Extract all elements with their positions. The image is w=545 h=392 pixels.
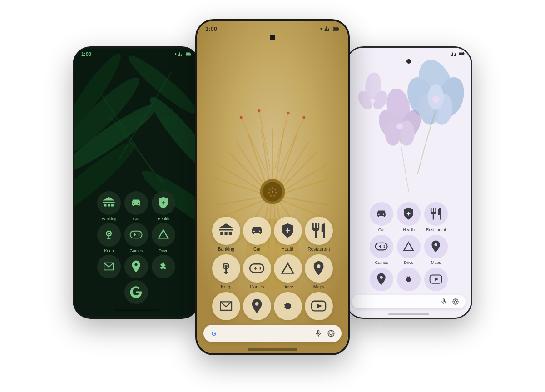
left-drive-app[interactable]: Drive xyxy=(152,223,175,253)
right-location-app[interactable] xyxy=(370,268,393,291)
svg-point-60 xyxy=(302,116,305,119)
right-app-grid: Car Health Restaurant xyxy=(347,202,471,291)
left-time: 1:00 xyxy=(81,51,91,57)
left-fan-icon[interactable] xyxy=(152,255,175,278)
left-keep-app[interactable]: Keep xyxy=(97,223,121,253)
left-gmail-app[interactable] xyxy=(97,255,121,278)
center-restaurant-app[interactable]: Restaurant xyxy=(305,217,333,252)
right-games-app[interactable]: Games xyxy=(370,235,393,265)
svg-marker-107 xyxy=(435,278,439,281)
center-banking-icon[interactable] xyxy=(212,217,240,245)
left-games-app[interactable]: Games xyxy=(124,223,148,253)
left-row-2: Keep Games Drive xyxy=(74,223,198,253)
right-search-icons xyxy=(440,298,459,305)
center-camera xyxy=(197,34,348,41)
right-car-icon[interactable] xyxy=(370,202,393,226)
center-camera-area: ● xyxy=(320,26,322,31)
center-camera-dot xyxy=(270,35,275,40)
center-gmail-icon[interactable] xyxy=(212,292,240,320)
center-fan-icon[interactable] xyxy=(274,292,302,320)
left-gmail-icon[interactable] xyxy=(97,255,121,278)
right-youtube-icon[interactable] xyxy=(424,268,448,291)
center-drive-icon[interactable] xyxy=(274,254,302,283)
center-youtube-app[interactable] xyxy=(305,292,333,320)
right-lens-icon[interactable] xyxy=(452,298,459,305)
right-health-app[interactable]: Health xyxy=(397,202,421,232)
center-gmail-app[interactable] xyxy=(212,292,240,320)
left-maps-icon[interactable] xyxy=(124,255,148,278)
center-search-bar[interactable]: G xyxy=(203,325,342,342)
center-keep-app[interactable]: Keep xyxy=(212,254,240,289)
center-nav-pill xyxy=(248,348,297,351)
center-games-label: Games xyxy=(250,284,264,289)
center-location-icon[interactable] xyxy=(243,292,271,320)
left-signal-icon xyxy=(178,52,184,56)
left-car-app[interactable]: Car xyxy=(124,191,148,221)
center-restaurant-icon[interactable] xyxy=(305,217,333,245)
center-fan-app[interactable] xyxy=(274,292,302,320)
left-banking-label: Banking xyxy=(102,217,117,221)
left-fan-app[interactable] xyxy=(152,255,175,278)
svg-marker-63 xyxy=(324,26,327,31)
center-health-app[interactable]: Health xyxy=(274,217,302,252)
center-drive-app[interactable]: Drive xyxy=(274,254,302,289)
center-car-icon[interactable] xyxy=(243,217,271,245)
left-car-icon[interactable] xyxy=(124,191,148,215)
center-lens-icon[interactable] xyxy=(327,329,335,337)
center-banking-app[interactable]: Banking xyxy=(212,217,240,252)
center-banking-label: Banking xyxy=(218,247,234,252)
right-drive-app[interactable]: Drive xyxy=(397,235,421,265)
right-drive-icon[interactable] xyxy=(397,235,421,258)
center-row-3 xyxy=(201,292,344,320)
left-health-icon[interactable] xyxy=(152,191,175,215)
left-camera-icon: ● xyxy=(174,52,177,56)
center-location-app[interactable] xyxy=(243,292,271,320)
right-maps-app[interactable]: Maps xyxy=(424,235,448,265)
center-nav-bar xyxy=(197,346,348,353)
right-health-icon[interactable] xyxy=(397,202,421,226)
left-health-app[interactable]: Health xyxy=(152,191,175,221)
center-car-app[interactable]: Car xyxy=(243,217,271,252)
left-google-icon[interactable] xyxy=(124,280,148,304)
right-search-container xyxy=(352,295,466,308)
right-mic-icon[interactable] xyxy=(440,298,447,305)
left-banking-icon[interactable] xyxy=(97,191,121,215)
center-health-icon[interactable] xyxy=(274,217,302,245)
right-youtube-app[interactable] xyxy=(424,268,448,291)
right-search-bar[interactable] xyxy=(352,295,466,308)
right-fan-app[interactable] xyxy=(397,268,421,291)
right-restaurant-label: Restaurant xyxy=(426,228,446,232)
left-keep-icon[interactable] xyxy=(97,223,121,247)
right-restaurant-app[interactable]: Restaurant xyxy=(424,202,448,232)
svg-point-109 xyxy=(454,300,456,303)
right-restaurant-icon[interactable] xyxy=(424,202,448,226)
center-mic-icon[interactable] xyxy=(314,329,322,337)
svg-rect-14 xyxy=(190,54,191,55)
left-maps-app[interactable] xyxy=(124,255,148,278)
right-location-icon[interactable] xyxy=(370,268,393,291)
svg-point-76 xyxy=(330,332,332,335)
center-keep-icon[interactable] xyxy=(212,254,240,283)
center-maps-icon[interactable] xyxy=(305,254,333,283)
svg-point-17 xyxy=(108,232,110,234)
center-games-app[interactable]: Games xyxy=(243,254,271,289)
left-banking-app[interactable]: Banking xyxy=(97,191,121,221)
left-row-3 xyxy=(74,255,198,278)
right-fan-icon[interactable] xyxy=(397,268,421,291)
center-maps-app[interactable]: Maps xyxy=(305,254,333,289)
left-google-app[interactable] xyxy=(124,280,148,304)
svg-point-54 xyxy=(272,190,273,192)
left-games-icon[interactable] xyxy=(124,223,148,247)
right-battery-icon xyxy=(459,51,465,56)
right-games-icon[interactable] xyxy=(370,235,393,258)
center-youtube-icon[interactable] xyxy=(305,292,333,320)
svg-marker-100 xyxy=(454,53,456,56)
left-row-4 xyxy=(74,280,198,304)
right-maps-icon[interactable] xyxy=(424,235,448,258)
right-car-app[interactable]: Car xyxy=(370,202,393,232)
right-row-2: Games Drive Maps xyxy=(351,235,466,265)
center-games-icon[interactable] xyxy=(243,254,271,283)
svg-point-69 xyxy=(225,265,228,268)
left-drive-icon[interactable] xyxy=(152,223,175,247)
center-signal-icon xyxy=(324,26,332,31)
